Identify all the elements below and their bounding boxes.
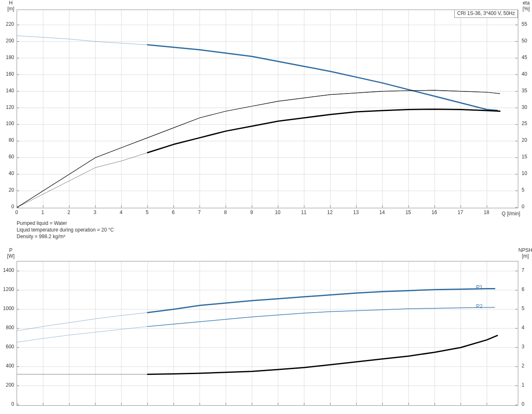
tick-y-left: 200: [2, 38, 14, 44]
eta-axis-label: eta: [523, 0, 530, 6]
tick-x: 7: [193, 209, 206, 215]
tick-x: 3: [89, 209, 101, 215]
tick-y-left: 80: [2, 137, 14, 143]
tick-x: 5: [141, 209, 153, 215]
tick-y-left: 0: [2, 401, 14, 407]
tick-y-left: 40: [2, 170, 14, 176]
tick-y-right: 6: [522, 286, 525, 292]
tick-x: 8: [219, 209, 232, 215]
product-info-box: CRI 1S-36, 3*400 V, 50Hz: [454, 10, 518, 18]
liquid-notes: Pumped liquid = Water Liquid temperature…: [17, 220, 114, 240]
tick-x: 4: [115, 209, 127, 215]
p-axis-label: P: [9, 247, 12, 253]
tick-y-left: 800: [2, 325, 14, 330]
eta-axis-unit: [%]: [522, 6, 530, 12]
tick-x: 18: [480, 209, 493, 215]
tick-y-right: 0: [522, 204, 525, 209]
tick-y-left: 1000: [2, 306, 14, 311]
tick-x: 17: [454, 209, 467, 215]
power-npsh-chart: [17, 261, 518, 406]
p1-series-label: P1: [476, 284, 483, 290]
h-axis-label: H: [9, 0, 13, 6]
tick-y-left: 1400: [2, 267, 14, 273]
tick-y-right: 5: [522, 306, 525, 311]
note-line1: Pumped liquid = Water: [17, 220, 67, 226]
tick-y-right: 50: [522, 38, 527, 44]
head-eta-chart: CRI 1S-36, 3*400 V, 50Hz: [17, 10, 518, 208]
tick-y-left: 200: [2, 382, 14, 388]
tick-y-left: 400: [2, 363, 14, 369]
tick-y-right: 15: [522, 154, 527, 160]
tick-y-right: 40: [522, 71, 527, 77]
tick-y-left: 120: [2, 104, 14, 110]
tick-y-left: 600: [2, 344, 14, 350]
tick-y-right: 1: [522, 382, 525, 388]
tick-x: 2: [63, 209, 75, 215]
tick-y-left: 220: [2, 21, 14, 27]
tick-y-right: 2: [522, 363, 525, 369]
tick-y-left: 20: [2, 187, 14, 193]
note-line2: Liquid temperature during operation = 20…: [17, 227, 114, 233]
p-axis-unit: [W]: [7, 253, 15, 259]
tick-y-right: 35: [522, 88, 527, 94]
tick-y-right: 10: [522, 170, 527, 176]
tick-y-right: 25: [522, 121, 527, 126]
tick-y-left: 100: [2, 121, 14, 126]
tick-y-right: 0: [522, 401, 525, 407]
tick-y-right: 3: [522, 344, 525, 350]
tick-y-left: 140: [2, 88, 14, 94]
tick-x: 14: [376, 209, 388, 215]
tick-y-right: 20: [522, 137, 527, 143]
h-axis-unit: [m]: [7, 6, 15, 12]
tick-x: 1: [37, 209, 49, 215]
tick-x: 15: [402, 209, 414, 215]
tick-y-left: 0: [2, 204, 14, 209]
tick-y-right: 4: [522, 325, 525, 330]
tick-x: 9: [245, 209, 258, 215]
tick-y-right: 7: [522, 267, 525, 273]
note-line3: Density = 998.2 kg/m³: [17, 234, 65, 239]
tick-y-right: 30: [522, 104, 527, 110]
tick-y-left: 60: [2, 154, 14, 160]
tick-x: 6: [167, 209, 180, 215]
tick-x: 10: [271, 209, 284, 215]
tick-y-right: 5: [522, 187, 525, 193]
tick-y-left: 160: [2, 71, 14, 77]
x-axis-label-top: Q [l/min]: [502, 211, 520, 217]
p2-series-label: P2: [476, 303, 483, 309]
tick-x: 12: [324, 209, 336, 215]
tick-x: 16: [428, 209, 441, 215]
tick-y-left: 180: [2, 54, 14, 60]
tick-x: 13: [350, 209, 362, 215]
tick-x: 11: [298, 209, 310, 215]
npsh-axis-label: NPSH: [518, 247, 532, 253]
product-label: CRI 1S-36, 3*400 V, 50Hz: [457, 10, 515, 16]
tick-x: 0: [10, 209, 23, 215]
tick-y-left: 1200: [2, 286, 14, 292]
tick-y-right: 45: [522, 54, 527, 60]
tick-y-right: 55: [522, 21, 527, 27]
npsh-axis-unit: [m]: [522, 253, 529, 259]
